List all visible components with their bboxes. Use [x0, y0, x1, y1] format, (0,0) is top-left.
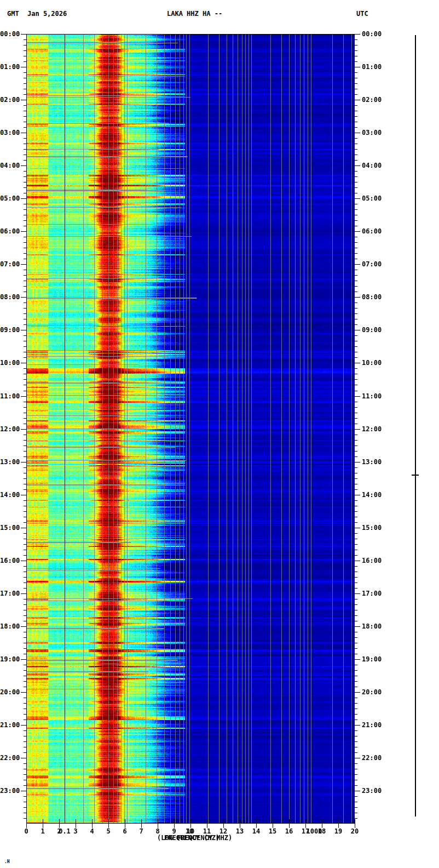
hour-label-left: 18:00 [0, 623, 20, 630]
station-title: LAKA HHZ HA -- [167, 10, 222, 18]
minor-tick-right [355, 155, 357, 155]
minor-tick-left [24, 687, 26, 687]
minor-tick-left [24, 577, 26, 578]
freq-tick [240, 819, 240, 828]
minor-tick-left [24, 802, 26, 802]
minor-tick-right [355, 621, 357, 621]
minor-tick-right [355, 111, 357, 111]
hour-label-right: 02:00 [362, 96, 385, 104]
minor-tick-left [24, 402, 26, 402]
minor-tick-left [24, 572, 26, 572]
minor-tick-left [24, 281, 26, 281]
minor-tick-right [355, 780, 357, 780]
minor-tick-left [24, 785, 26, 786]
minor-tick-left [24, 368, 26, 369]
minor-tick-left [24, 248, 26, 248]
hour-tick-left [21, 692, 26, 693]
minor-tick-right [355, 193, 357, 193]
minor-tick-right [355, 407, 357, 408]
minor-tick-right [355, 138, 357, 139]
hour-label-right: 07:00 [362, 260, 385, 268]
minor-tick-left [24, 533, 26, 534]
minor-tick-right [355, 730, 357, 731]
minor-tick-right [355, 127, 357, 128]
hour-tick-left [21, 429, 26, 430]
minor-tick-right [355, 418, 357, 419]
hour-label-left: 09:00 [0, 326, 20, 334]
hour-label-left: 16:00 [0, 557, 20, 564]
hour-tick-right [355, 297, 360, 298]
minor-tick-left [24, 182, 26, 182]
hour-tick-left [21, 297, 26, 298]
minor-tick-right [355, 478, 357, 479]
minor-tick-left [24, 302, 26, 303]
hour-tick-left [21, 67, 26, 67]
minor-tick-right [355, 379, 357, 380]
minor-tick-left [24, 335, 26, 336]
minor-tick-left [24, 61, 26, 62]
hour-tick-left [21, 528, 26, 528]
minor-tick-left [24, 94, 26, 95]
hour-label-right: 14:00 [362, 491, 385, 499]
minor-tick-right [355, 160, 357, 161]
minor-tick-right [355, 818, 357, 819]
hour-tick-right [355, 330, 360, 330]
hour-tick-left [21, 231, 26, 232]
hour-label-left: 07:00 [0, 260, 20, 268]
minor-tick-right [355, 253, 357, 254]
hour-tick-right [355, 198, 360, 199]
minor-tick-left [24, 632, 26, 632]
minor-tick-left [24, 522, 26, 523]
minor-tick-right [355, 440, 357, 441]
minor-tick-left [24, 50, 26, 51]
minor-tick-left [24, 346, 26, 347]
minor-tick-right [355, 741, 357, 742]
minor-tick-right [355, 308, 357, 309]
minor-tick-right [355, 149, 357, 150]
hour-tick-right [355, 165, 360, 166]
minor-tick-left [24, 435, 26, 435]
timezone-right-label: UTC [356, 10, 368, 18]
minor-tick-left [24, 187, 26, 188]
minor-tick-left [24, 637, 26, 638]
minor-tick-right [355, 752, 357, 753]
minor-tick-right [355, 182, 357, 182]
minor-tick-right [355, 572, 357, 572]
hour-label-left: 05:00 [0, 195, 20, 202]
minor-tick-left [24, 259, 26, 259]
minor-tick-left [24, 127, 26, 128]
hour-tick-right [355, 100, 360, 100]
amplitude-scale-tick [412, 475, 419, 476]
minor-tick-left [24, 160, 26, 161]
hour-label-left: 02:00 [0, 96, 20, 104]
hour-label-right: 23:00 [362, 787, 385, 795]
minor-tick-left [24, 144, 26, 144]
minor-tick-right [355, 78, 357, 78]
hour-label-left: 15:00 [0, 524, 20, 532]
minor-tick-right [355, 94, 357, 95]
hour-label-left: 04:00 [0, 162, 20, 169]
hour-label-right: 19:00 [362, 655, 385, 663]
minor-tick-right [355, 648, 357, 649]
minor-tick-left [24, 357, 26, 358]
minor-tick-right [355, 632, 357, 632]
hour-tick-left [21, 725, 26, 726]
minor-tick-left [24, 253, 26, 254]
minor-tick-left [24, 763, 26, 764]
minor-tick-right [355, 610, 357, 610]
minor-tick-right [355, 61, 357, 62]
hour-tick-right [355, 495, 360, 495]
hour-tick-right [355, 67, 360, 67]
minor-tick-left [24, 237, 26, 237]
hour-tick-right [355, 791, 360, 791]
minor-tick-right [355, 402, 357, 402]
hour-label-right: 10:00 [362, 359, 385, 367]
minor-tick-left [24, 89, 26, 89]
minor-tick-right [355, 473, 357, 473]
minor-tick-right [355, 533, 357, 534]
minor-tick-left [24, 319, 26, 319]
minor-tick-left [24, 747, 26, 747]
freq-tick [158, 819, 158, 828]
minor-tick-right [355, 56, 357, 56]
minor-tick-right [355, 341, 357, 341]
